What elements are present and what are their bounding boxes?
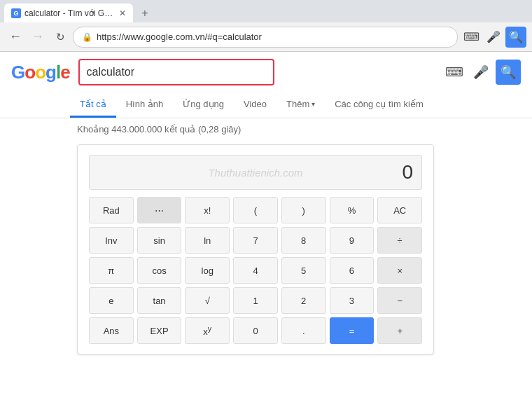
calc-btn-close-paren[interactable]: ) [281, 197, 326, 223]
calc-btn-1[interactable]: 1 [233, 287, 278, 314]
calc-row-4: e tan √ 1 2 3 − [89, 287, 422, 314]
calc-row-2: Inv sin ln 7 8 9 ÷ [89, 227, 422, 254]
search-box-wrapper [78, 59, 274, 85]
tab-bar: G calculator - Tìm với Goog... ✕ + [0, 0, 532, 22]
calc-btn-plus[interactable]: + [377, 317, 422, 344]
calc-btn-e[interactable]: e [89, 287, 134, 314]
logo-o2: o [35, 62, 46, 83]
calc-btn-minus[interactable]: − [377, 287, 422, 314]
calc-btn-divide[interactable]: ÷ [377, 227, 422, 254]
tab-hinh-anh[interactable]: Hình ảnh [116, 92, 174, 118]
calc-btn-sqrt[interactable]: √ [185, 287, 230, 314]
google-logo: Google [11, 62, 70, 83]
calc-btn-9[interactable]: 9 [330, 227, 374, 254]
calc-btn-log[interactable]: log [185, 257, 230, 284]
chevron-down-icon: ▾ [312, 100, 315, 108]
calc-btn-3[interactable]: 3 [330, 287, 374, 314]
new-tab-button[interactable]: + [136, 4, 154, 22]
search-input[interactable] [87, 66, 266, 78]
calc-btn-power[interactable]: xy [185, 317, 230, 344]
calc-btn-inv[interactable]: Inv [89, 227, 134, 254]
calc-btn-tan[interactable]: tan [137, 287, 182, 314]
calc-row-3: π cos log 4 5 6 × [89, 257, 422, 284]
back-button[interactable]: ← [6, 27, 25, 47]
browser-chrome: G calculator - Tìm với Goog... ✕ + ← → ↻… [0, 0, 532, 52]
nav-bar: ← → ↻ 🔒 https://www.google.com.vn/#q=cal… [0, 22, 532, 52]
calc-btn-cos[interactable]: cos [137, 257, 182, 284]
calc-btn-rad[interactable]: Rad [89, 197, 134, 223]
logo-g2: g [46, 62, 56, 83]
calc-btn-multiply[interactable]: × [377, 257, 422, 284]
calc-btn-percent[interactable]: % [330, 197, 374, 223]
tab-title: calculator - Tìm với Goog... [24, 8, 115, 18]
keyboard-button[interactable]: ⌨ [442, 60, 466, 84]
calc-btn-pi[interactable]: π [89, 257, 134, 284]
calc-btn-factorial[interactable]: x! [185, 197, 230, 223]
calc-btn-5[interactable]: 5 [281, 257, 326, 284]
calc-btn-open-paren[interactable]: ( [233, 197, 278, 223]
calc-display: Thuthuattienich.com 0 [89, 155, 422, 190]
calc-btn-2[interactable]: 2 [281, 287, 326, 314]
calc-btn-ac[interactable]: AC [377, 197, 422, 223]
reload-button[interactable]: ↻ [50, 27, 70, 47]
google-page: Google ⌨ 🎤 🔍 Tất cả Hình ảnh Ứng dụng Vi… [0, 52, 532, 414]
calc-row-1: Rad ⋯ x! ( ) % AC [89, 197, 422, 223]
google-header: Google ⌨ 🎤 🔍 [0, 52, 532, 92]
tab-close-icon[interactable]: ✕ [119, 8, 126, 18]
tab-favicon: G [11, 8, 21, 18]
forward-button[interactable]: → [28, 27, 48, 47]
tab-video[interactable]: Video [234, 92, 276, 118]
calc-btn-ln[interactable]: ln [185, 227, 230, 254]
calc-btn-7[interactable]: 7 [233, 227, 278, 254]
nav-right-icons: ⌨ 🎤 🔍 [461, 27, 526, 48]
display-value: 0 [402, 161, 413, 184]
calc-btn-sin[interactable]: sin [137, 227, 182, 254]
calc-btn-6[interactable]: 6 [330, 257, 374, 284]
tab-ung-dung[interactable]: Ứng dụng [173, 92, 234, 118]
nav-tabs-bar: Tất cả Hình ảnh Ứng dụng Video Thêm ▾ Cá… [0, 92, 532, 118]
calc-btn-0[interactable]: 0 [233, 317, 278, 344]
tab-them[interactable]: Thêm ▾ [276, 92, 325, 118]
active-tab[interactable]: G calculator - Tìm với Goog... ✕ [4, 4, 133, 22]
keyboard-icon[interactable]: ⌨ [461, 27, 482, 48]
calc-btn-8[interactable]: 8 [281, 227, 326, 254]
lock-icon: 🔒 [82, 32, 92, 42]
tab-cong-cu[interactable]: Các công cụ tìm kiếm [325, 92, 433, 118]
them-label: Thêm [286, 99, 309, 109]
calculator-container: Thuthuattienich.com 0 Rad ⋯ x! ( ) % AC … [77, 144, 434, 354]
calc-btn-grid[interactable]: ⋯ [137, 197, 182, 223]
header-right-icons: ⌨ 🎤 🔍 [442, 60, 521, 85]
tab-tat-ca[interactable]: Tất cả [70, 92, 116, 118]
search-box[interactable] [78, 59, 274, 85]
logo-g1: G [11, 62, 24, 83]
calc-btn-4[interactable]: 4 [233, 257, 278, 284]
search-button[interactable]: 🔍 [496, 60, 521, 85]
calc-row-5: Ans EXP xy 0 . = + [89, 317, 422, 344]
address-bar[interactable]: 🔒 https://www.google.com.vn/#q=calculato… [73, 27, 458, 48]
logo-e: e [60, 62, 69, 83]
mic-icon[interactable]: 🎤 [483, 27, 504, 48]
logo-o1: o [24, 62, 35, 83]
chrome-search-icon[interactable]: 🔍 [505, 27, 526, 48]
mic-button[interactable]: 🎤 [469, 60, 493, 84]
calc-btn-exp[interactable]: EXP [137, 317, 182, 344]
calc-btn-equals[interactable]: = [330, 317, 374, 344]
result-count: Khoảng 443.000.000 kết quả (0,28 giây) [0, 118, 532, 140]
calc-btn-dot[interactable]: . [281, 317, 326, 344]
calc-btn-ans[interactable]: Ans [89, 317, 134, 344]
watermark: Thuthuattienich.com [208, 167, 302, 179]
url-display: https://www.google.com.vn/#q=calculator [97, 32, 449, 42]
